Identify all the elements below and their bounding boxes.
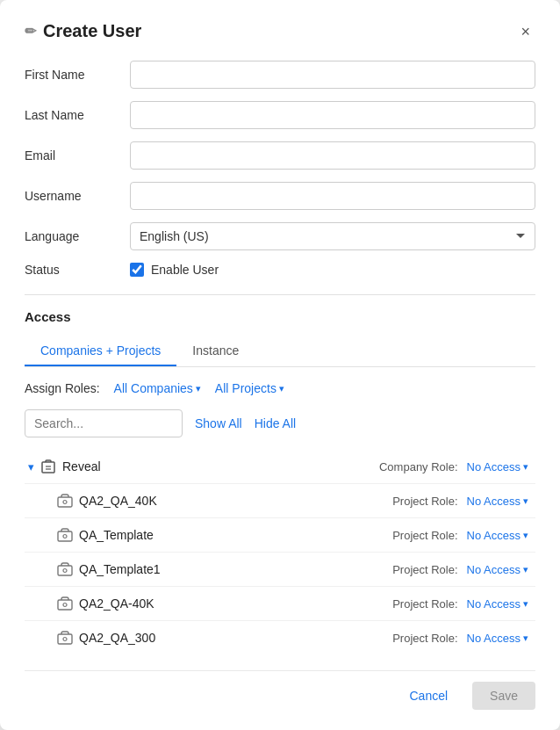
svg-rect-7: [58, 566, 72, 575]
access-list: ▾ Reveal Company Role: No Access: [25, 450, 535, 654]
dialog-header: ✏ Create User ×: [25, 21, 535, 41]
pencil-icon: ✏: [25, 23, 36, 40]
qa2-qa-40k-row-name: QA2_QA-40K: [28, 595, 339, 612]
tab-instance[interactable]: Instance: [176, 336, 255, 366]
enable-user-text: Enable User: [151, 263, 219, 277]
project-icon-4: [56, 595, 74, 612]
cancel-button[interactable]: Cancel: [395, 682, 462, 710]
svg-rect-5: [58, 531, 72, 541]
access-section: Access Companies + Projects Instance Ass…: [25, 309, 535, 654]
qa-template1-role-info: Project Role: No Access: [339, 561, 532, 578]
qa2-40k-name: QA2_QA_40K: [79, 494, 157, 508]
assign-roles-row: Assign Roles: All Companies All Projects: [25, 379, 535, 397]
access-row-qa2-300: QA2_QA_300 Project Role: No Access: [25, 621, 535, 654]
qa-template1-row-name: QA_Template1: [28, 560, 339, 578]
assign-roles-label: Assign Roles:: [25, 381, 100, 395]
search-actions-row: Show All Hide All: [25, 409, 535, 437]
access-title: Access: [25, 309, 535, 324]
search-input[interactable]: [25, 409, 183, 437]
svg-rect-0: [42, 462, 54, 473]
all-companies-dropdown[interactable]: All Companies: [111, 379, 205, 397]
reveal-role-dropdown[interactable]: No Access: [463, 459, 532, 475]
language-label: Language: [25, 229, 130, 243]
reveal-role-info: Company Role: No Access: [339, 459, 532, 475]
qa2-300-role-dropdown[interactable]: No Access: [463, 630, 532, 647]
svg-point-4: [63, 501, 67, 504]
access-row-qa2-40k: QA2_QA_40K Project Role: No Access: [25, 484, 535, 518]
qa2-qa-40k-name: QA2_QA-40K: [79, 596, 154, 611]
first-name-row: First Name: [25, 61, 535, 89]
reveal-name: Reveal: [62, 459, 101, 473]
language-select[interactable]: English (US): [130, 222, 535, 250]
qa-template-name: QA_Template: [79, 528, 154, 542]
status-row: Status Enable User: [25, 263, 535, 277]
svg-rect-3: [58, 497, 72, 507]
show-all-button[interactable]: Show All: [195, 416, 242, 430]
project-icon-5: [56, 629, 74, 647]
qa2-40k-role-info: Project Role: No Access: [339, 493, 532, 510]
qa-template1-role-label: Project Role:: [392, 563, 457, 576]
qa2-300-role-info: Project Role: No Access: [339, 630, 532, 647]
svg-rect-11: [58, 634, 72, 644]
first-name-input[interactable]: [130, 61, 535, 89]
tab-companies-projects[interactable]: Companies + Projects: [25, 336, 176, 366]
email-input[interactable]: [130, 141, 535, 170]
email-row: Email: [25, 141, 535, 170]
status-label: Status: [25, 263, 130, 277]
reveal-row-name: ▾ Reveal: [28, 458, 339, 475]
company-icon: [39, 458, 57, 475]
access-row-qa-template1: QA_Template1 Project Role: No Access: [25, 553, 535, 587]
last-name-input[interactable]: [130, 101, 535, 129]
username-input[interactable]: [130, 182, 535, 210]
qa2-qa-40k-role-dropdown[interactable]: No Access: [463, 596, 532, 612]
svg-point-6: [63, 535, 67, 538]
form-divider: [25, 294, 535, 295]
svg-rect-9: [58, 600, 72, 610]
username-row: Username: [25, 182, 535, 210]
chevron-down-icon[interactable]: ▾: [28, 460, 34, 473]
svg-point-8: [63, 569, 67, 573]
qa2-qa-40k-role-info: Project Role: No Access: [339, 596, 532, 612]
save-button[interactable]: Save: [472, 682, 535, 710]
qa2-40k-role-dropdown[interactable]: No Access: [463, 493, 532, 510]
email-label: Email: [25, 148, 130, 163]
qa-template1-name: QA_Template1: [79, 562, 161, 576]
qa2-40k-role-label: Project Role:: [392, 495, 457, 508]
project-icon-3: [56, 560, 74, 578]
qa-template-row-name: QA_Template: [28, 526, 339, 544]
dialog-footer: Cancel Save: [25, 670, 535, 710]
close-button[interactable]: ×: [515, 22, 535, 41]
qa-template-role-dropdown[interactable]: No Access: [463, 527, 532, 544]
project-icon-2: [56, 526, 74, 544]
language-row: Language English (US): [25, 222, 535, 250]
project-icon-1: [56, 492, 74, 510]
last-name-label: Last Name: [25, 108, 130, 122]
access-row-reveal: ▾ Reveal Company Role: No Access: [25, 450, 535, 484]
access-row-qa2-qa-40k: QA2_QA-40K Project Role: No Access: [25, 587, 535, 621]
qa2-300-role-label: Project Role:: [392, 632, 457, 645]
reveal-role-label: Company Role:: [379, 460, 458, 473]
qa-template1-role-dropdown[interactable]: No Access: [463, 561, 532, 578]
svg-point-10: [63, 604, 67, 607]
qa2-300-name: QA2_QA_300: [79, 631, 155, 645]
enable-user-label[interactable]: Enable User: [130, 263, 219, 277]
svg-point-12: [63, 638, 67, 641]
access-tabs: Companies + Projects Instance: [25, 336, 535, 367]
last-name-row: Last Name: [25, 101, 535, 129]
dialog-title-text: Create User: [43, 21, 141, 41]
enable-user-checkbox[interactable]: [130, 263, 144, 277]
qa-template-role-info: Project Role: No Access: [339, 527, 532, 544]
all-projects-dropdown[interactable]: All Projects: [212, 379, 288, 397]
dialog-title: ✏ Create User: [25, 21, 141, 41]
qa2-300-row-name: QA2_QA_300: [28, 629, 339, 647]
qa-template-role-label: Project Role:: [392, 529, 457, 542]
hide-all-button[interactable]: Hide All: [255, 416, 296, 430]
create-user-dialog: ✏ Create User × First Name Last Name Ema…: [0, 0, 560, 730]
access-row-qa-template: QA_Template Project Role: No Access: [25, 518, 535, 553]
username-label: Username: [25, 189, 130, 203]
qa2-40k-row-name: QA2_QA_40K: [28, 492, 339, 510]
qa2-qa-40k-role-label: Project Role:: [392, 597, 457, 611]
first-name-label: First Name: [25, 68, 130, 82]
